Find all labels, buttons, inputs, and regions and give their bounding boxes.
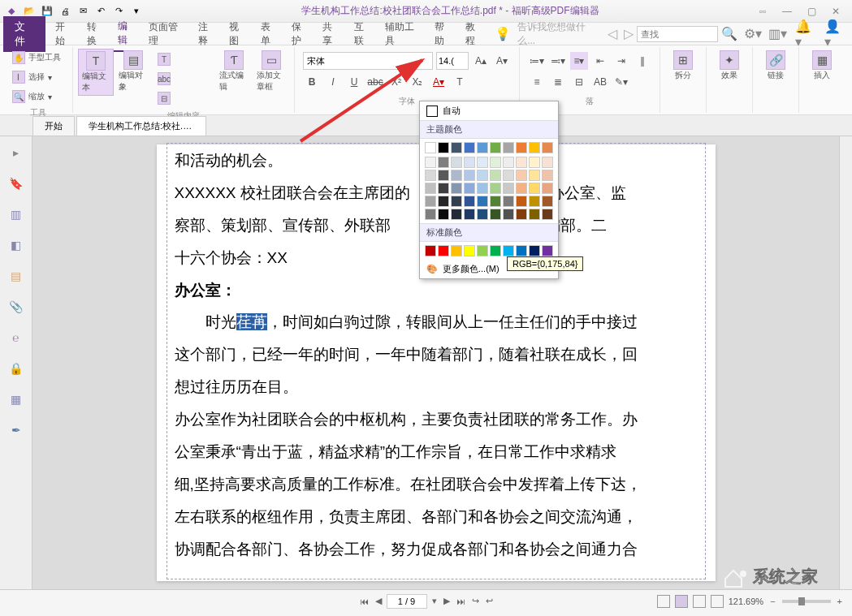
color-swatch[interactable]: [529, 209, 540, 220]
color-swatch[interactable]: [425, 170, 436, 181]
color-swatch[interactable]: [503, 209, 514, 220]
color-swatch[interactable]: [529, 142, 540, 153]
color-swatch[interactable]: [477, 142, 488, 153]
color-swatch[interactable]: [438, 196, 449, 207]
search-icon[interactable]: 🔍: [718, 26, 741, 41]
color-swatch[interactable]: [425, 209, 436, 220]
page-dropdown-icon[interactable]: ▾: [430, 596, 439, 606]
bell-icon[interactable]: 🔔▾: [790, 19, 821, 50]
zoom-slider[interactable]: [782, 600, 831, 603]
font-color-dropdown[interactable]: 自动 主题颜色 标准颜色 🎨 更多颜色...(M): [419, 101, 559, 279]
hand-tool-button[interactable]: ✋手型工具: [9, 49, 67, 67]
menu-view[interactable]: 视图: [223, 17, 253, 51]
color-swatch[interactable]: [490, 142, 501, 153]
color-swatch[interactable]: [477, 157, 488, 168]
color-swatch[interactable]: [503, 157, 514, 168]
color-swatch[interactable]: [477, 170, 488, 181]
color-swatch[interactable]: [438, 245, 449, 256]
italic-button[interactable]: I: [324, 73, 342, 91]
color-swatch[interactable]: [477, 196, 488, 207]
color-swatch[interactable]: [542, 170, 553, 181]
color-swatch[interactable]: [425, 196, 436, 207]
color-swatch[interactable]: [503, 196, 514, 207]
bookmark-icon[interactable]: 🔖: [8, 175, 24, 192]
add-textbox-button[interactable]: ▭添加文章框: [253, 49, 289, 94]
color-swatch[interactable]: [464, 142, 475, 153]
text-tool-2[interactable]: abc: [154, 70, 213, 88]
color-swatch[interactable]: [516, 157, 527, 168]
color-swatch[interactable]: [516, 142, 527, 153]
zoom-tool-button[interactable]: 🔍缩放▾: [9, 88, 67, 106]
color-swatch[interactable]: [542, 157, 553, 168]
color-swatch[interactable]: [542, 142, 553, 153]
color-swatch[interactable]: [503, 170, 514, 181]
color-swatch[interactable]: [451, 196, 462, 207]
color-swatch[interactable]: [529, 245, 540, 256]
view-facing-icon[interactable]: [693, 595, 706, 608]
maximize-icon[interactable]: ▢: [802, 3, 821, 19]
color-swatch[interactable]: [516, 245, 527, 256]
underline-button[interactable]: U: [345, 73, 363, 91]
text-case-button[interactable]: T: [451, 73, 469, 91]
para-3[interactable]: ⊟: [570, 73, 588, 91]
color-swatch[interactable]: [490, 196, 501, 207]
text-tool-1[interactable]: T: [154, 50, 213, 68]
color-swatch[interactable]: [529, 183, 540, 194]
skin-icon[interactable]: ▥▾: [765, 26, 790, 41]
color-swatch[interactable]: [451, 170, 462, 181]
view-cont-facing-icon[interactable]: [711, 595, 724, 608]
close-icon[interactable]: ✕: [826, 3, 846, 19]
color-swatch[interactable]: [529, 157, 540, 168]
color-swatch[interactable]: [542, 196, 553, 207]
color-auto-option[interactable]: 自动: [420, 101, 558, 120]
menu-start[interactable]: 开始: [49, 17, 80, 51]
user-icon[interactable]: 👤▾: [821, 19, 849, 50]
select-tool-button[interactable]: I选择▾: [9, 68, 67, 86]
menu-tutorial[interactable]: 教程: [459, 17, 490, 51]
para-1[interactable]: ≡: [528, 73, 546, 91]
color-swatch[interactable]: [464, 245, 475, 256]
color-swatch[interactable]: [529, 196, 540, 207]
menu-page[interactable]: 页面管理: [142, 17, 192, 51]
menu-share[interactable]: 共享: [316, 17, 347, 51]
edit-text-button[interactable]: T编辑文本: [78, 49, 114, 96]
lock-icon[interactable]: 🔒: [8, 360, 24, 377]
color-swatch[interactable]: [451, 142, 462, 153]
insert-button[interactable]: ▦插入: [804, 49, 840, 83]
tab-start[interactable]: 开始: [32, 116, 75, 136]
align-button[interactable]: ≡▾: [570, 52, 588, 70]
color-swatch[interactable]: [490, 245, 501, 256]
color-swatch[interactable]: [542, 183, 553, 194]
menu-help[interactable]: 帮助: [428, 17, 459, 51]
zoom-in-button[interactable]: +: [836, 597, 844, 606]
color-swatch[interactable]: [542, 245, 553, 256]
color-swatch[interactable]: [451, 183, 462, 194]
color-swatch[interactable]: [451, 209, 462, 220]
attachment-icon[interactable]: 📎: [8, 299, 24, 315]
page-number-input[interactable]: [387, 594, 427, 609]
number-list-button[interactable]: ≕▾: [549, 52, 567, 70]
form-icon[interactable]: ▦: [8, 391, 24, 407]
color-swatch[interactable]: [490, 209, 501, 220]
view-continuous-icon[interactable]: [675, 595, 688, 608]
indent-inc-button[interactable]: ⇥: [612, 52, 630, 70]
search-input[interactable]: [637, 26, 718, 42]
color-swatch[interactable]: [503, 142, 514, 153]
subscript-button[interactable]: X₂: [409, 73, 426, 91]
strike-button[interactable]: abc: [366, 73, 384, 91]
color-swatch[interactable]: [542, 209, 553, 220]
jump-button[interactable]: ↪: [470, 596, 481, 606]
split-button[interactable]: ⊞拆分: [665, 49, 701, 83]
para-4[interactable]: AB: [591, 73, 609, 91]
font-grow-button[interactable]: A▴: [472, 52, 490, 70]
color-swatch[interactable]: [438, 209, 449, 220]
link-side-icon[interactable]: ℮: [8, 330, 24, 346]
first-page-button[interactable]: ⏮: [358, 597, 370, 606]
link-button[interactable]: 🔗链接: [758, 49, 794, 83]
menu-access[interactable]: 辅助工具: [378, 17, 428, 51]
color-swatch[interactable]: [516, 170, 527, 181]
color-swatch[interactable]: [490, 183, 501, 194]
sidebar-expand-icon[interactable]: ▸: [8, 144, 24, 161]
color-swatch[interactable]: [438, 170, 449, 181]
color-swatch[interactable]: [516, 209, 527, 220]
